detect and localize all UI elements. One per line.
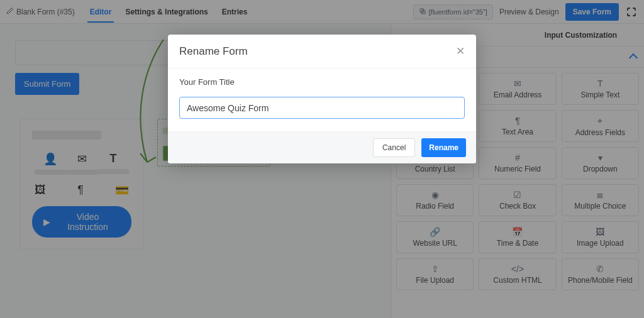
- form-title-input[interactable]: [179, 97, 465, 119]
- cancel-button[interactable]: Cancel: [373, 138, 415, 157]
- modal-body: Your Form Title: [168, 69, 476, 131]
- modal-overlay: Rename Form ✕ Your Form Title Cancel Ren…: [0, 0, 644, 318]
- modal-input-label: Your Form Title: [179, 77, 465, 87]
- modal-footer: Cancel Rename: [168, 131, 476, 163]
- rename-button[interactable]: Rename: [421, 138, 466, 157]
- modal-title: Rename Form: [179, 45, 248, 58]
- rename-form-modal: Rename Form ✕ Your Form Title Cancel Ren…: [168, 35, 476, 163]
- close-icon[interactable]: ✕: [456, 45, 465, 58]
- modal-header: Rename Form ✕: [168, 35, 476, 69]
